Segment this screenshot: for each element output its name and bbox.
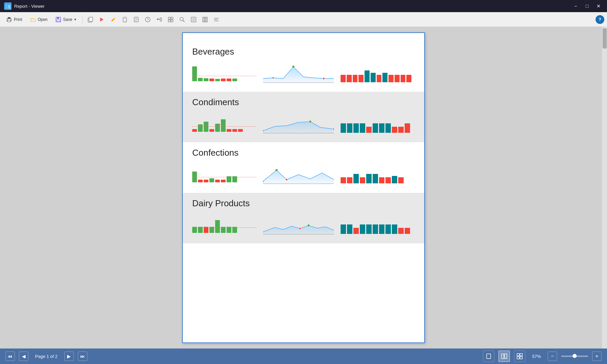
help-button[interactable]: ?: [596, 15, 604, 24]
clipboard-button[interactable]: [120, 14, 130, 25]
edit-button[interactable]: [108, 14, 118, 25]
svg-rect-6: [31, 19, 35, 22]
condiments-box-chart: [341, 112, 411, 134]
vertical-scrollbar[interactable]: [602, 27, 607, 348]
svg-rect-58: [517, 354, 519, 356]
condiments-title: Condiments: [192, 97, 415, 108]
forward-button[interactable]: [97, 14, 107, 25]
close-button[interactable]: ✕: [594, 2, 603, 10]
confections-box-chart: [341, 163, 411, 185]
svg-rect-1: [8, 5, 10, 8]
svg-rect-11: [89, 17, 93, 21]
minimize-button[interactable]: −: [571, 2, 580, 10]
scrollbar-thumb[interactable]: [603, 28, 607, 49]
print-button[interactable]: Print: [3, 14, 25, 25]
single-view-button[interactable]: [483, 351, 494, 362]
svg-point-49: [263, 180, 264, 182]
beverages-line-chart: [263, 62, 334, 84]
beverages-box-chart: [341, 62, 411, 84]
find-button[interactable]: [177, 14, 187, 25]
svg-rect-55: [487, 354, 491, 359]
window-controls: − □ ✕: [571, 2, 603, 10]
print2-button[interactable]: [189, 14, 199, 25]
condiments-bar-chart: [192, 112, 256, 134]
confections-line-chart: [263, 163, 334, 185]
category-beverages: Beverages: [192, 41, 415, 92]
dairy-charts: [192, 213, 415, 235]
next-page-button[interactable]: ▶: [64, 352, 74, 361]
svg-rect-0: [5, 4, 7, 8]
svg-point-46: [333, 128, 334, 130]
svg-rect-4: [8, 20, 10, 22]
svg-rect-56: [501, 354, 504, 359]
save-label: Save: [63, 17, 72, 22]
beverages-charts: [192, 62, 415, 84]
svg-point-42: [323, 78, 325, 80]
main-content: Beverages: [0, 27, 607, 348]
dairy-title: Dairy Products: [192, 198, 415, 209]
toolbar: Print Open Save ▼ ?: [0, 12, 607, 27]
condiments-charts: [192, 112, 415, 134]
rtl-button[interactable]: [211, 14, 222, 25]
bottom-bar: ⏮ ◀ Page 1 of 2 ▶ ⏭ 57% − +: [0, 348, 607, 364]
title-bar: Report - Viewer − □ ✕: [0, 0, 607, 12]
svg-line-29: [183, 20, 184, 22]
svg-rect-14: [124, 17, 126, 18]
svg-rect-57: [504, 354, 507, 359]
save-icon: [55, 16, 62, 23]
save-button[interactable]: Save ▼: [52, 14, 80, 25]
confections-charts: [192, 163, 415, 185]
category-dairy: Dairy Products: [183, 193, 424, 243]
svg-rect-36: [206, 17, 207, 22]
category-confections: Confections: [192, 142, 415, 193]
svg-rect-27: [171, 20, 173, 22]
zoom-slider-thumb[interactable]: [573, 354, 577, 358]
svg-rect-3: [8, 17, 10, 19]
svg-rect-34: [203, 17, 204, 22]
double-view-button[interactable]: [498, 351, 510, 362]
toolbar-separator-1: [82, 15, 83, 24]
svg-point-40: [292, 65, 295, 68]
svg-rect-61: [520, 357, 522, 359]
svg-point-45: [263, 130, 264, 132]
prev-page-button[interactable]: ◀: [19, 352, 28, 361]
beverages-title: Beverages: [192, 47, 415, 57]
print-icon: [6, 16, 12, 23]
last-page-button[interactable]: ⏭: [78, 352, 87, 361]
dairy-line-chart: [263, 213, 334, 235]
svg-marker-22: [157, 18, 158, 21]
zoom-in-button[interactable]: +: [592, 352, 602, 361]
print-label: Print: [14, 17, 22, 22]
open-icon: [30, 16, 36, 23]
save-dropdown-icon[interactable]: ▼: [74, 18, 77, 21]
svg-rect-59: [520, 354, 522, 356]
document-button[interactable]: [131, 14, 141, 25]
app-logo: [4, 2, 11, 10]
help-question-button[interactable]: ?: [143, 14, 153, 25]
maximize-button[interactable]: □: [583, 2, 591, 10]
svg-rect-9: [57, 20, 60, 22]
svg-rect-24: [168, 17, 170, 19]
svg-rect-25: [171, 17, 173, 19]
page-info: Page 1 of 2: [35, 354, 58, 359]
confections-bar-chart: [192, 163, 256, 185]
first-page-button[interactable]: ⏮: [5, 352, 15, 361]
copy-button[interactable]: [85, 14, 95, 25]
back-button[interactable]: [154, 14, 164, 25]
report-area: Beverages: [0, 27, 607, 348]
svg-rect-26: [168, 20, 170, 22]
zoom-level: 57%: [532, 354, 541, 359]
dairy-box-chart: [341, 213, 411, 235]
grid-view-button[interactable]: [514, 351, 525, 362]
svg-rect-8: [57, 17, 59, 19]
zoom-slider[interactable]: [561, 356, 588, 357]
condiments-line-chart: [263, 112, 334, 134]
svg-rect-23: [160, 18, 162, 21]
columns-button[interactable]: [200, 14, 210, 25]
open-button[interactable]: Open: [27, 14, 51, 25]
svg-point-53: [299, 228, 301, 230]
layout-button[interactable]: [166, 14, 176, 25]
zoom-out-button[interactable]: −: [548, 352, 557, 361]
svg-point-44: [309, 120, 312, 123]
svg-point-48: [275, 169, 278, 172]
